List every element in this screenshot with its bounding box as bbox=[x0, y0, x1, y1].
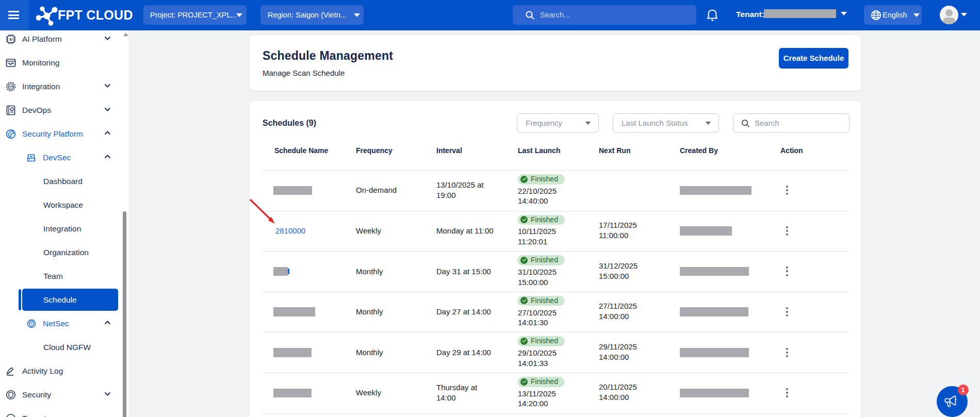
svg-text:AI: AI bbox=[9, 38, 13, 41]
svg-text:API: API bbox=[9, 86, 13, 88]
